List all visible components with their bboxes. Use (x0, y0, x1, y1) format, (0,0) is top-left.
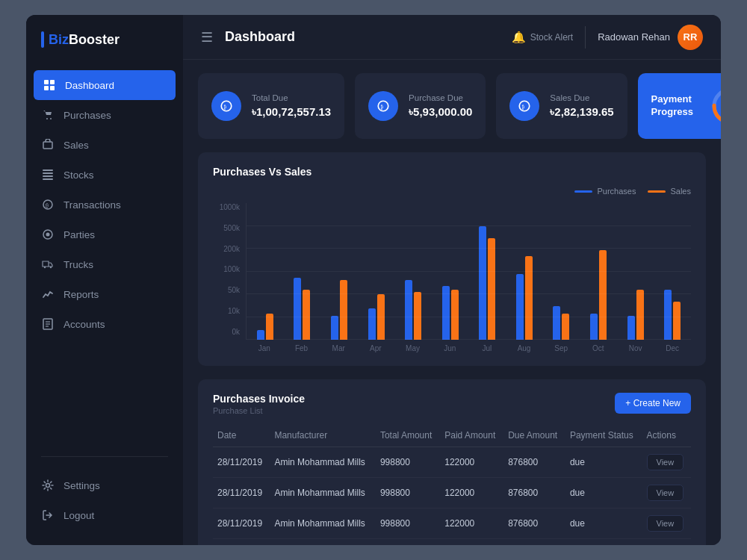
table-row: 28/11/2019Amin Mohammad Mills99880012200… (213, 508, 691, 539)
stat-icon-2: ₿ (509, 91, 539, 121)
sidebar-item-transactions[interactable]: ₿ Transactions (26, 190, 183, 220)
table-action-0: View (642, 447, 691, 478)
y-axis-label: 100k (223, 265, 240, 273)
bar-sales-Jul (488, 238, 495, 340)
user-name: Radowan Rehan (598, 31, 670, 43)
stats-row: ₿ Total Due ৳1,00,72,557.13 ₿ Purchase D… (198, 73, 706, 139)
stock-alert-label: Stock Alert (530, 32, 573, 43)
month-bars-May (394, 280, 432, 340)
table-column-header: Actions (642, 424, 691, 447)
sidebar-item-settings[interactable]: Settings (26, 470, 183, 500)
logo-bar (41, 31, 44, 48)
table-column-header: Date (213, 424, 270, 447)
chart-legend: Purchases Sales (213, 187, 691, 196)
chart-area: 1000k500k200k100k50k10k0k JanFebMarAprMa… (213, 203, 691, 352)
bar-purchases-Jul (479, 226, 486, 340)
table-cell-2-2: 998800 (376, 508, 440, 539)
payment-label: Payment Progress (651, 93, 710, 119)
month-bars-Jul (468, 226, 506, 340)
svg-rect-7 (43, 169, 53, 171)
create-new-button[interactable]: + Create New (615, 393, 691, 414)
nav-icon-transactions: ₿ (41, 198, 55, 211)
svg-rect-8 (43, 172, 53, 174)
stat-icon-1: ₿ (368, 91, 398, 121)
bar-purchases-Oct (590, 314, 598, 340)
bar-purchases-Sep (553, 306, 560, 340)
bell-icon[interactable]: 🔔 (512, 31, 526, 44)
stat-value-0: ৳1,00,72,557.13 (252, 105, 331, 119)
nav-icon-settings (41, 479, 55, 492)
nav-label-stocks: Stocks (63, 169, 94, 181)
table-row: 28/11/2019Amin Mohammad Mills99880012200… (213, 478, 691, 508)
table-header-row: Purchases Invoice Purchase List + Create… (213, 393, 691, 415)
stat-card-1: ₿ Purchase Due ৳5,93,000.00 (355, 73, 486, 139)
nav-label-logout: Logout (63, 510, 94, 521)
month-bars-Mar (320, 280, 358, 340)
sidebar-item-purchases[interactable]: Purchases (26, 100, 183, 130)
svg-point-21 (46, 484, 50, 488)
sidebar-item-accounts[interactable]: Accounts (26, 309, 183, 339)
table-cell-2-4: 876800 (503, 508, 565, 539)
table-cell-1-2: 998800 (376, 478, 440, 508)
donut-container: 75% (710, 85, 721, 127)
bar-sales-Feb (303, 290, 310, 340)
sidebar-item-stocks[interactable]: Stocks (26, 160, 183, 190)
months-row: JanFebMarAprMayJunJulAugSepOctNovDec (246, 340, 691, 352)
app-container: BizBooster Dashboard Purchases Sales Sto… (26, 15, 721, 545)
view-button-0[interactable]: View (647, 454, 684, 470)
vertical-divider (585, 26, 586, 49)
table-cell-1-3: 122000 (440, 478, 503, 508)
month-bars-Feb (284, 278, 321, 340)
table-cell-2-3: 122000 (440, 508, 503, 539)
nav-icon-purchases (41, 108, 55, 122)
table-cell-2-0: 28/11/2019 (213, 508, 270, 539)
bar-sales-Jan (266, 314, 273, 340)
nav-label-accounts: Accounts (63, 319, 105, 330)
legend-dot-sales (648, 190, 666, 193)
table-head: DateManufacturerTotal AmountPaid AmountD… (213, 424, 691, 447)
table-cell-0-4: 876800 (503, 447, 565, 478)
sidebar-item-reports[interactable]: Reports (26, 279, 183, 309)
table-column-header: Due Amount (503, 424, 565, 447)
month-label-Jul: Jul (468, 344, 506, 352)
table-cell-0-3: 122000 (440, 447, 503, 478)
avatar: RR (678, 25, 703, 50)
header: ☰ Dashboard 🔔 Stock Alert Radowan Rehan … (183, 15, 721, 60)
svg-point-15 (44, 267, 46, 268)
invoice-table: DateManufacturerTotal AmountPaid AmountD… (213, 424, 691, 539)
bar-purchases-Aug (516, 274, 524, 340)
sidebar-item-parties[interactable]: Parties (26, 220, 183, 249)
nav-icon-stocks (41, 168, 55, 181)
legend-label-sales: Sales (670, 187, 691, 196)
month-label-Nov: Nov (617, 344, 654, 352)
nav-label-sales: Sales (63, 140, 89, 151)
legend-purchases: Purchases (574, 187, 636, 196)
sidebar-item-sales[interactable]: Sales (26, 130, 183, 160)
hamburger-icon[interactable]: ☰ (201, 29, 213, 46)
month-label-Apr: Apr (357, 344, 394, 352)
view-button-2[interactable]: View (647, 515, 684, 532)
table-header-row-el: DateManufacturerTotal AmountPaid AmountD… (213, 424, 691, 447)
stock-alert: 🔔 Stock Alert (512, 31, 573, 44)
nav-icon-dashboard (43, 78, 56, 92)
view-button-1[interactable]: View (647, 485, 684, 501)
svg-text:₿: ₿ (522, 104, 525, 111)
bar-purchases-Mar (331, 316, 338, 340)
month-bars-Nov (617, 290, 654, 340)
invoice-table-card: Purchases Invoice Purchase List + Create… (198, 379, 706, 545)
bar-sales-Aug (525, 256, 533, 340)
sidebar-item-logout[interactable]: Logout (26, 500, 183, 530)
sidebar: BizBooster Dashboard Purchases Sales Sto… (26, 15, 183, 545)
svg-point-4 (46, 118, 48, 119)
table-column-header: Total Amount (376, 424, 440, 447)
sidebar-item-trucks[interactable]: Trucks (26, 249, 183, 279)
nav-label-purchases: Purchases (63, 110, 111, 121)
sidebar-logo: BizBooster (26, 15, 183, 64)
nav-label-reports: Reports (63, 289, 99, 300)
stat-info-0: Total Due ৳1,00,72,557.13 (252, 93, 331, 119)
stat-info-2: Sales Due ৳2,82,139.65 (550, 93, 613, 119)
chart-title: Purchases Vs Sales (213, 166, 691, 178)
table-action-1: View (642, 478, 691, 508)
bar-sales-Nov (636, 290, 644, 340)
sidebar-item-dashboard[interactable]: Dashboard (34, 70, 176, 100)
